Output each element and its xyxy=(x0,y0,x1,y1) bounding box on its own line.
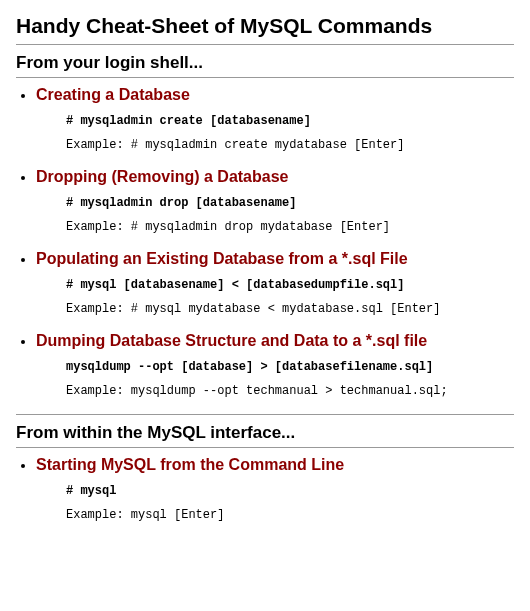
divider xyxy=(16,414,514,415)
example-text: Example: mysql [Enter] xyxy=(66,508,514,522)
topic-title: Populating an Existing Database from a *… xyxy=(36,250,514,268)
section-2-list: Starting MySQL from the Command Line # m… xyxy=(16,456,514,522)
divider xyxy=(16,77,514,78)
list-item: Starting MySQL from the Command Line # m… xyxy=(36,456,514,522)
topic-title: Dumping Database Structure and Data to a… xyxy=(36,332,514,350)
topic-title: Dropping (Removing) a Database xyxy=(36,168,514,186)
command-text: # mysql [databasename] < [databasedumpfi… xyxy=(66,278,514,292)
section-heading-2: From within the MySQL interface... xyxy=(16,423,514,443)
section-heading-1: From your login shell... xyxy=(16,53,514,73)
list-item: Populating an Existing Database from a *… xyxy=(36,250,514,316)
topic-title: Starting MySQL from the Command Line xyxy=(36,456,514,474)
command-text: # mysqladmin drop [databasename] xyxy=(66,196,514,210)
command-text: mysqldump --opt [database] > [databasefi… xyxy=(66,360,514,374)
example-text: Example: # mysqladmin create mydatabase … xyxy=(66,138,514,152)
example-text: Example: # mysql mydatabase < mydatabase… xyxy=(66,302,514,316)
topic-title: Creating a Database xyxy=(36,86,514,104)
divider xyxy=(16,44,514,45)
command-text: # mysql xyxy=(66,484,514,498)
example-text: Example: mysqldump --opt techmanual > te… xyxy=(66,384,514,398)
list-item: Dumping Database Structure and Data to a… xyxy=(36,332,514,398)
divider xyxy=(16,447,514,448)
example-text: Example: # mysqladmin drop mydatabase [E… xyxy=(66,220,514,234)
command-text: # mysqladmin create [databasename] xyxy=(66,114,514,128)
list-item: Dropping (Removing) a Database # mysqlad… xyxy=(36,168,514,234)
section-1-list: Creating a Database # mysqladmin create … xyxy=(16,86,514,398)
list-item: Creating a Database # mysqladmin create … xyxy=(36,86,514,152)
page-title: Handy Cheat-Sheet of MySQL Commands xyxy=(16,14,514,38)
